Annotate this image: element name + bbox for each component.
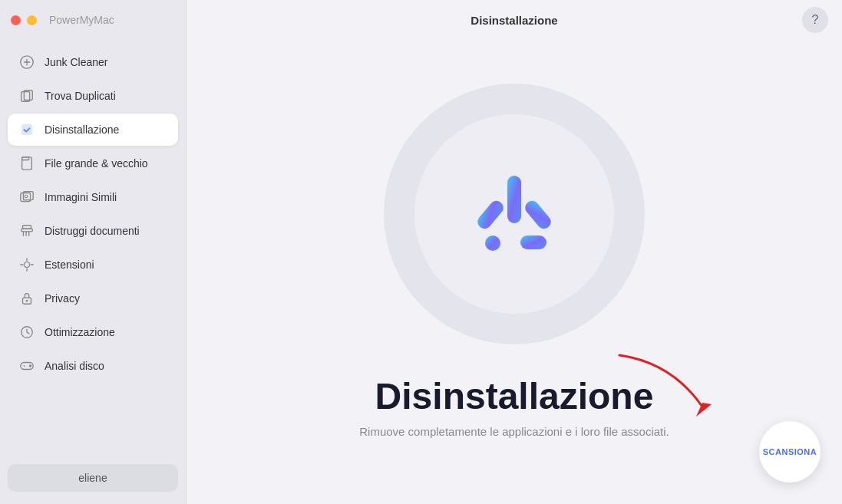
svg-rect-5 — [22, 157, 32, 170]
svg-point-16 — [29, 364, 32, 367]
sidebar-item-label: Ottimizzazione — [45, 326, 115, 338]
sidebar-item-analisi-disco[interactable]: Analisi disco — [8, 350, 178, 382]
main-header: Disinstallazione ? — [187, 0, 842, 40]
feature-icon-inner — [414, 114, 614, 314]
sidebar-item-label: Analisi disco — [45, 360, 104, 372]
svg-marker-23 — [696, 403, 712, 417]
sidebar-nav: Junk Cleaner Trova Duplicati Disinstalla… — [0, 46, 186, 455]
sidebar-item-distruggi-documenti[interactable]: Distruggi documenti — [8, 215, 178, 247]
sidebar-item-file-grande[interactable]: File grande & vecchio — [8, 147, 178, 180]
sidebar-item-label: Trova Duplicati — [45, 90, 116, 102]
sidebar-item-estensioni[interactable]: Estensioni — [8, 249, 178, 281]
svg-rect-3 — [21, 124, 33, 136]
help-button[interactable]: ? — [802, 7, 828, 33]
scan-button-container: SCANSIONA — [759, 421, 821, 483]
sidebar-item-label: Immagini Simili — [45, 191, 117, 203]
sidebar-item-label: Distruggi documenti — [45, 225, 140, 237]
optimize-icon — [18, 324, 35, 341]
svg-point-8 — [25, 195, 28, 198]
user-button[interactable]: eliene — [8, 464, 178, 492]
sidebar-item-ottimizzazione[interactable]: Ottimizzazione — [8, 316, 178, 348]
shredder-icon — [18, 222, 35, 239]
svg-rect-10 — [23, 226, 31, 229]
sidebar-item-privacy[interactable]: Privacy — [8, 282, 178, 315]
sidebar-item-junk-cleaner[interactable]: Junk Cleaner — [8, 46, 178, 78]
svg-point-11 — [24, 262, 29, 267]
sidebar-footer: eliene — [0, 455, 186, 504]
app-store-icon — [453, 153, 576, 275]
sidebar-item-trova-duplicati[interactable]: Trova Duplicati — [8, 80, 178, 112]
svg-rect-20 — [507, 176, 521, 223]
junk-cleaner-icon — [18, 54, 35, 71]
sidebar-item-disinstallazione[interactable]: Disinstallazione — [8, 114, 178, 146]
svg-rect-22 — [520, 236, 546, 249]
duplicates-icon — [18, 87, 35, 104]
uninstall-icon — [18, 121, 35, 138]
privacy-icon — [18, 290, 35, 307]
images-icon — [18, 189, 35, 206]
sidebar-item-immagini-simili[interactable]: Immagini Simili — [8, 181, 178, 213]
feature-icon-circle — [384, 84, 645, 344]
sidebar-item-label: Privacy — [45, 292, 80, 305]
sidebar: PowerMyMac Junk Cleaner Trova Duplicati — [0, 0, 187, 504]
traffic-red[interactable] — [11, 15, 21, 25]
scan-button[interactable]: SCANSIONA — [759, 421, 821, 483]
sidebar-item-label: File grande & vecchio — [45, 157, 148, 170]
feature-title: Disinstallazione — [375, 375, 654, 417]
sidebar-item-label: Junk Cleaner — [45, 56, 108, 68]
sidebar-item-label: Disinstallazione — [45, 124, 119, 136]
traffic-yellow[interactable] — [27, 15, 37, 25]
page-title: Disinstallazione — [471, 14, 557, 27]
main-content: Disinstallazione ? — [187, 0, 842, 504]
svg-point-21 — [485, 236, 500, 251]
main-body: Disinstallazione Rimuove completamente l… — [187, 40, 842, 504]
svg-rect-19 — [523, 198, 554, 232]
svg-point-13 — [26, 300, 28, 302]
disk-icon — [18, 357, 35, 374]
app-name: PowerMyMac — [49, 14, 114, 26]
extensions-icon — [18, 256, 35, 273]
svg-rect-18 — [475, 198, 507, 232]
sidebar-item-label: Estensioni — [45, 259, 94, 271]
file-large-icon — [18, 155, 35, 172]
svg-point-17 — [23, 365, 25, 367]
feature-desc: Rimuove completamente le applicazioni e … — [359, 425, 669, 438]
titlebar: PowerMyMac — [0, 0, 186, 40]
